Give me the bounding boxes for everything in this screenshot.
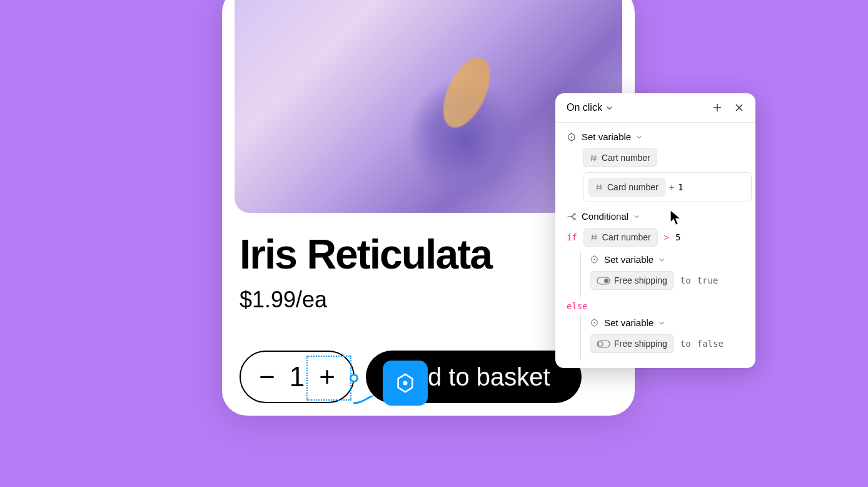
trigger-label: On click [567,102,602,113]
quantity-value: 1 [288,361,306,392]
to-label: to [680,339,691,349]
if-condition-row: if Cart number > 5 [567,228,744,247]
svg-point-9 [598,342,603,346]
chevron-down-icon [659,320,665,326]
toggle-on-icon [597,277,610,285]
hexagon-dot-icon [395,372,416,394]
expression-input[interactable]: Card number + 1 [583,172,752,202]
hexagon-icon [590,318,599,327]
action-conditional[interactable]: Conditional [567,211,744,222]
trigger-selector[interactable]: On click [567,102,613,113]
plus-icon[interactable] [712,102,723,113]
else-keyword: else [567,301,588,311]
svg-point-6 [604,279,608,283]
nested-set-variable[interactable]: Set variable [590,254,744,265]
hash-icon [590,233,598,242]
hash-icon [590,154,598,162]
close-icon[interactable] [734,103,744,113]
hash-icon [595,183,603,192]
variable-chip-free-shipping[interactable]: Free shipping [590,334,674,353]
svg-point-7 [594,322,595,324]
svg-point-2 [574,213,576,215]
hexagon-icon [567,132,577,142]
to-label: to [680,275,691,285]
action-type-label: Conditional [582,211,628,222]
variable-node[interactable] [383,361,428,406]
operator-gt: > [664,232,669,242]
action-type-label: Set variable [582,131,631,142]
panel-body: Set variable Cart number Card number + 1… [555,123,755,361]
else-branch: Set variable Free shipping to false [580,315,744,361]
variable-chip-free-shipping[interactable]: Free shipping [590,271,674,290]
operator-plus: + [669,182,674,192]
nested-set-variable[interactable]: Set variable [590,317,744,328]
decrement-button[interactable]: − [252,363,282,391]
hexagon-icon [590,255,599,264]
svg-point-1 [571,136,572,137]
action-set-variable[interactable]: Set variable [567,131,744,142]
interactions-panel: On click Set variable Cart number Card n… [555,93,755,368]
variable-chip-cart-number[interactable]: Cart number [583,228,658,247]
variable-chip-cart-number[interactable]: Cart number [583,148,657,167]
connection-handle[interactable] [350,374,358,382]
if-branch: Set variable Free shipping to true [580,252,744,297]
if-keyword: if [567,232,577,242]
svg-point-0 [403,381,407,385]
svg-point-4 [594,259,595,260]
branch-icon [567,212,577,222]
quantity-stepper: − 1 + [240,351,355,403]
chevron-down-icon [659,257,665,263]
cursor-icon [669,208,685,227]
compare-value: 5 [675,232,680,242]
svg-rect-8 [597,341,610,347]
chevron-down-icon [636,134,642,140]
operand-value: 1 [678,182,683,192]
chevron-down-icon [633,213,640,220]
bool-false: false [697,339,724,349]
panel-header: On click [555,93,755,123]
variable-chip-card-number[interactable]: Card number [588,178,665,197]
svg-point-3 [574,218,576,220]
increment-button[interactable]: + [312,363,342,391]
bool-true: true [697,275,719,285]
chevron-down-icon [606,105,613,111]
toggle-off-icon [597,340,610,348]
